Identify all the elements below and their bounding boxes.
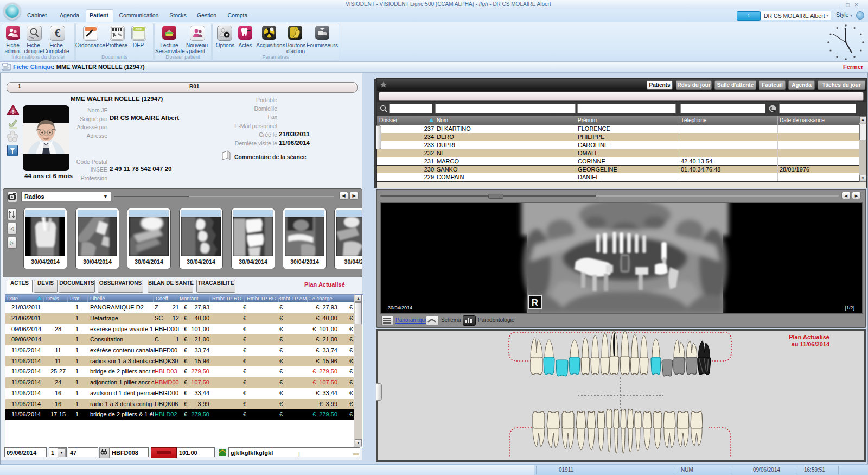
svg-text:R: R [532,297,538,308]
svg-text:€: € [55,27,61,40]
svg-text:30/04/2014: 30/04/2014 [388,305,412,311]
svg-text:[1/2]: [1/2] [845,305,854,311]
svg-text:DEP: DEP [136,28,142,31]
